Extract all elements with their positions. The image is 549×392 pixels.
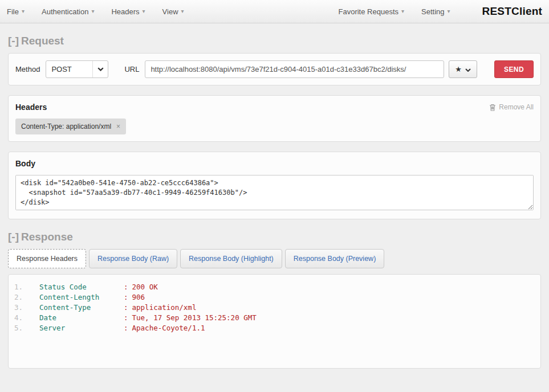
header-colon: : — [124, 282, 128, 292]
request-section-title: [-]Request — [8, 35, 541, 47]
send-button[interactable]: SEND — [494, 60, 534, 78]
request-headers-panel-head: Headers Remove All — [15, 103, 534, 112]
response-tabs: Response Headers Response Body (Raw) Res… — [8, 249, 541, 268]
method-selected-value: POST — [46, 65, 92, 74]
request-panel: Method POST URL ★ SEND — [8, 53, 541, 85]
chevron-down-icon — [465, 65, 471, 74]
menu-favorite-requests[interactable]: Favorite Requests ▾ — [339, 7, 405, 16]
header-chips: Content-Type: application/xml × — [15, 119, 534, 134]
header-chip[interactable]: Content-Type: application/xml × — [15, 119, 126, 134]
header-key: Server — [39, 323, 124, 333]
header-key: Date — [39, 313, 124, 323]
menu-headers-label: Headers — [111, 7, 139, 16]
nav-menu-right: Favorite Requests ▾ Setting ▾ RESTClient — [339, 5, 543, 18]
menu-file-label: File — [7, 7, 19, 16]
close-icon[interactable]: × — [116, 123, 120, 130]
app-logo: RESTClient — [482, 5, 542, 18]
response-headers-view: 1. Status Code : 200 OK 2. Content-Lengt… — [8, 274, 541, 369]
header-value: 200 OK — [132, 282, 158, 292]
response-header-row: 3. Content-Type : application/xml — [14, 303, 535, 313]
tab-response-body-highlight[interactable]: Response Body (Highlight) — [180, 249, 282, 268]
request-body-panel-head: Body — [15, 159, 534, 168]
method-select[interactable]: POST — [46, 60, 108, 78]
line-number: 4. — [14, 313, 30, 323]
url-label: URL — [124, 65, 139, 74]
header-value: Apache-Coyote/1.1 — [132, 323, 205, 333]
header-colon: : — [124, 292, 128, 303]
favorite-star-button[interactable]: ★ — [449, 60, 477, 78]
header-value: 906 — [132, 292, 145, 303]
request-body-textarea[interactable]: <disk id="542a0be0-541e-4750-ab22-ce5ccc… — [15, 175, 534, 210]
trash-icon — [489, 104, 496, 111]
header-colon: : — [124, 313, 128, 323]
menu-file[interactable]: File ▾ — [7, 7, 25, 16]
request-collapse-toggle[interactable]: [-] — [8, 35, 19, 47]
caret-down-icon: ▾ — [91, 9, 94, 14]
request-section-label: Request — [21, 35, 64, 47]
header-colon: : — [124, 323, 128, 333]
caret-down-icon: ▾ — [448, 9, 450, 14]
header-value: Tue, 17 Sep 2013 15:25:20 GMT — [132, 313, 257, 323]
caret-down-icon: ▾ — [22, 9, 25, 14]
body-panel-title: Body — [15, 159, 35, 168]
method-label: Method — [15, 65, 40, 74]
line-number: 3. — [14, 303, 30, 313]
star-icon: ★ — [455, 66, 462, 73]
response-header-row: 2. Content-Length : 906 — [14, 292, 535, 303]
request-headers-panel: Headers Remove All Content-Type: applica… — [8, 95, 541, 142]
menu-view[interactable]: View ▾ — [162, 7, 184, 16]
response-header-row: 4. Date : Tue, 17 Sep 2013 15:25:20 GMT — [14, 313, 535, 323]
tab-response-body-raw[interactable]: Response Body (Raw) — [89, 249, 177, 268]
menu-headers[interactable]: Headers ▾ — [111, 7, 145, 16]
caret-down-icon: ▾ — [401, 9, 404, 14]
tab-response-headers[interactable]: Response Headers — [8, 249, 86, 268]
response-section-label: Response — [21, 231, 73, 243]
header-key: Status Code — [39, 282, 124, 292]
response-collapse-toggle[interactable]: [-] — [8, 231, 19, 243]
response-header-row: 1. Status Code : 200 OK — [14, 282, 535, 292]
remove-all-button[interactable]: Remove All — [489, 103, 534, 111]
nav-menu-left: File ▾ Authentication ▾ Headers ▾ View ▾ — [7, 7, 201, 16]
headers-panel-title: Headers — [15, 103, 47, 112]
line-number: 2. — [14, 292, 30, 303]
caret-down-icon: ▾ — [181, 9, 184, 14]
menu-setting-label: Setting — [421, 7, 444, 16]
line-number: 5. — [14, 323, 30, 333]
request-body-panel: Body <disk id="542a0be0-541e-4750-ab22-c… — [8, 152, 541, 219]
menu-authentication-label: Authentication — [42, 7, 88, 16]
header-value: application/xml — [132, 303, 197, 313]
caret-down-icon: ▾ — [143, 9, 145, 14]
menu-favorite-requests-label: Favorite Requests — [339, 7, 399, 16]
menu-authentication[interactable]: Authentication ▾ — [42, 7, 94, 16]
chevron-down-icon — [92, 61, 108, 77]
header-colon: : — [124, 303, 128, 313]
header-key: Content-Length — [39, 292, 124, 303]
header-chip-label: Content-Type: application/xml — [21, 122, 111, 130]
navbar: File ▾ Authentication ▾ Headers ▾ View ▾… — [0, 0, 549, 23]
header-key: Content-Type — [39, 303, 124, 313]
menu-view-label: View — [162, 7, 178, 16]
response-header-row: 5. Server : Apache-Coyote/1.1 — [14, 323, 535, 333]
line-number: 1. — [14, 282, 30, 292]
tab-response-body-preview[interactable]: Response Body (Preview) — [285, 249, 385, 268]
remove-all-label: Remove All — [499, 103, 534, 111]
url-input[interactable] — [145, 60, 444, 78]
response-section-title: [-]Response — [8, 231, 541, 243]
menu-setting[interactable]: Setting ▾ — [421, 7, 450, 16]
